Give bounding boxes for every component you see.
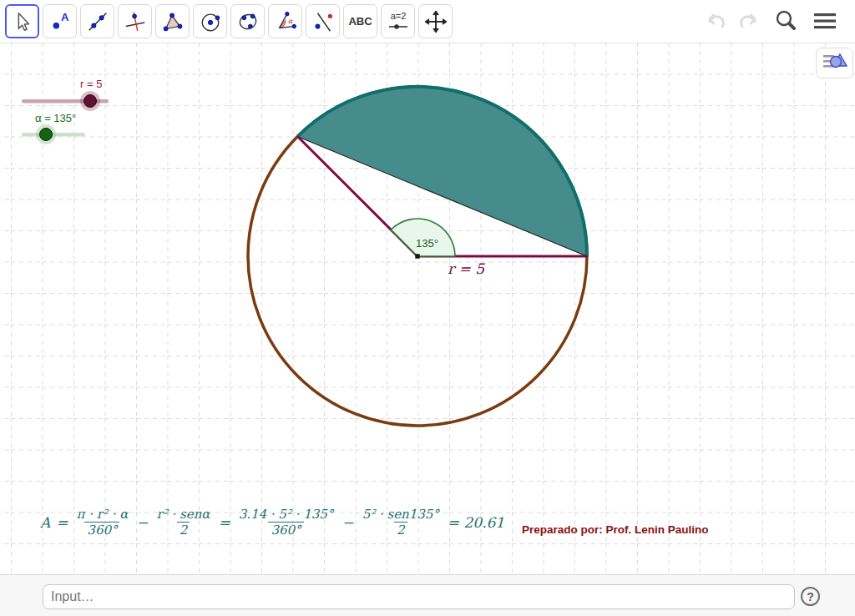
perpendicular-line-icon bbox=[124, 10, 147, 33]
undo-icon bbox=[705, 11, 728, 33]
perpendicular-line-tool-button[interactable] bbox=[118, 4, 152, 38]
formula-minus1: − bbox=[136, 514, 148, 531]
angle-tool-button[interactable]: α bbox=[268, 4, 302, 38]
angle-value-label: 135° bbox=[416, 237, 438, 250]
text-tool-label: ABC bbox=[348, 15, 372, 28]
slider-alpha-knob[interactable] bbox=[40, 129, 53, 141]
graphics-view[interactable]: 135° r = 5 r = 5 α = 135° bbox=[0, 43, 855, 574]
svg-text:a=2: a=2 bbox=[390, 11, 406, 21]
search-button[interactable] bbox=[773, 10, 798, 33]
slider-r-label: r = 5 bbox=[80, 78, 102, 90]
radius-text-label: r = 5 bbox=[448, 260, 485, 277]
slider-tool-button[interactable]: a=2 bbox=[381, 4, 415, 38]
stylebar-icon bbox=[822, 51, 848, 76]
point-icon: A bbox=[48, 10, 72, 33]
conic-through-points-icon bbox=[236, 10, 260, 33]
cursor-icon bbox=[11, 10, 34, 33]
stylebar-toggle-button[interactable] bbox=[816, 48, 853, 78]
move-graphics-view-icon bbox=[424, 10, 448, 33]
polygon-icon bbox=[161, 10, 185, 33]
polygon-tool-button[interactable] bbox=[155, 4, 190, 38]
circle-tool-button[interactable] bbox=[193, 4, 227, 38]
circle-center-point-icon bbox=[199, 10, 222, 33]
point-tool-button[interactable]: A bbox=[43, 4, 77, 38]
text-tool-button[interactable]: ABC bbox=[343, 4, 377, 38]
input-bar bbox=[0, 574, 855, 616]
input-help-button[interactable]: ? bbox=[801, 587, 820, 606]
toolbar: A bbox=[0, 0, 855, 43]
svg-text:A: A bbox=[60, 11, 68, 23]
line-tool-button[interactable] bbox=[80, 4, 114, 38]
conic-tool-button[interactable] bbox=[230, 4, 265, 38]
algebra-input[interactable] bbox=[43, 584, 795, 609]
undo-button[interactable] bbox=[704, 10, 729, 33]
formula-result: = 20.61 bbox=[448, 514, 504, 531]
move-tool-button[interactable] bbox=[5, 4, 39, 38]
reflect-tool-button[interactable] bbox=[306, 4, 340, 38]
formula-eq1: = bbox=[56, 514, 68, 531]
slider-r-knob[interactable] bbox=[84, 95, 97, 108]
svg-text:α: α bbox=[287, 16, 293, 24]
line-icon bbox=[86, 10, 109, 33]
geogebra-app: A bbox=[0, 0, 855, 616]
menu-button[interactable] bbox=[812, 10, 837, 33]
formula-frac2: r² · senα 2 bbox=[154, 507, 213, 538]
formula-frac3: 3.14 · 5² · 135° 360° bbox=[236, 507, 336, 538]
center-point[interactable] bbox=[415, 254, 419, 258]
move-view-tool-button[interactable] bbox=[418, 4, 453, 38]
slider-tool-icon: a=2 bbox=[386, 9, 411, 34]
formula-minus2: − bbox=[341, 514, 353, 531]
credit-text: Preparado por: Prof. Lenin Paulino bbox=[522, 523, 709, 536]
redo-icon bbox=[736, 11, 760, 33]
angle-icon: α bbox=[274, 10, 297, 33]
formula-lhs: A bbox=[40, 514, 50, 531]
formula-frac1: π · r² · α 360° bbox=[74, 507, 131, 538]
area-formula: A = π · r² · α 360° − r² · senα 2 = 3.14… bbox=[40, 507, 504, 538]
formula-frac4: 5² · sen135° 2 bbox=[360, 507, 442, 538]
reflect-about-line-icon bbox=[311, 10, 335, 33]
hamburger-menu-icon bbox=[813, 11, 837, 33]
search-icon bbox=[774, 9, 797, 35]
question-mark-icon: ? bbox=[807, 590, 814, 603]
formula-eq2: = bbox=[218, 514, 230, 531]
redo-button[interactable] bbox=[736, 10, 761, 33]
slider-alpha-label: α = 135° bbox=[35, 112, 76, 124]
